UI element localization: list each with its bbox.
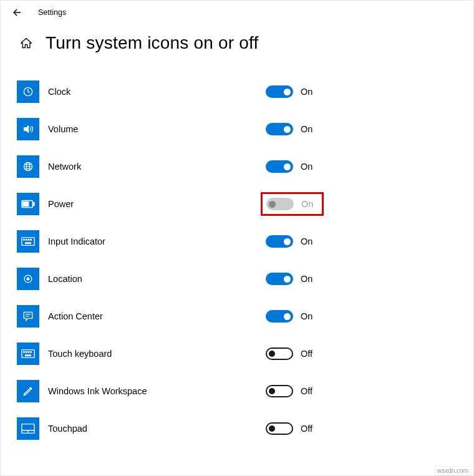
- toggle-touchpad[interactable]: [266, 422, 293, 435]
- toggle-wrap-network: On: [263, 158, 316, 175]
- svg-rect-8: [26, 239, 27, 240]
- app-title: Settings: [38, 8, 66, 17]
- touch-keyboard-icon: [17, 342, 39, 365]
- back-arrow-icon: [11, 7, 22, 18]
- row-touch-keyboard: Touch keyboard Off: [17, 335, 473, 372]
- toggle-wrap-location: On: [263, 271, 316, 287]
- row-label: Location: [48, 274, 82, 284]
- svg-rect-9: [28, 239, 29, 240]
- toggle-wrap-input-indicator: On: [263, 233, 316, 250]
- svg-rect-11: [25, 243, 31, 244]
- page-header: Turn system icons on or off: [1, 21, 473, 73]
- row-label: Clock: [48, 87, 70, 97]
- toggle-state: Off: [301, 349, 312, 359]
- back-button[interactable]: [9, 5, 24, 20]
- power-icon: [17, 193, 39, 215]
- toggle-windows-ink[interactable]: [266, 385, 293, 397]
- row-label: Power: [48, 199, 74, 209]
- clock-icon: [17, 80, 39, 103]
- row-label: Touch keyboard: [48, 349, 112, 359]
- touchpad-icon: [17, 417, 39, 440]
- toggle-wrap-action-center: On: [263, 308, 316, 324]
- svg-rect-10: [31, 239, 32, 240]
- toggle-state: On: [301, 87, 312, 97]
- svg-rect-4: [23, 202, 29, 206]
- toggle-state: Off: [301, 386, 312, 396]
- row-touchpad: Touchpad Off: [17, 410, 473, 447]
- row-label: Windows Ink Workspace: [48, 386, 147, 396]
- toggle-action-center[interactable]: [266, 310, 293, 323]
- toggle-wrap-volume: On: [263, 121, 316, 137]
- home-icon: [20, 37, 32, 49]
- row-label: Volume: [48, 124, 78, 134]
- svg-rect-5: [33, 202, 34, 206]
- action-center-icon: [17, 305, 39, 328]
- keyboard-icon: [17, 230, 39, 253]
- toggle-input-indicator[interactable]: [266, 235, 293, 248]
- row-clock: Clock On: [17, 73, 473, 110]
- row-windows-ink: Windows Ink Workspace Off: [17, 372, 473, 410]
- toggle-wrap-windows-ink: Off: [263, 383, 316, 399]
- row-power: Power On: [17, 185, 473, 223]
- toggle-state: On: [301, 236, 312, 246]
- watermark: wsxdn.com: [435, 466, 471, 475]
- row-label: Touchpad: [48, 424, 87, 434]
- home-button[interactable]: [19, 36, 33, 50]
- toggle-state: On: [301, 162, 312, 172]
- toggle-state: Off: [301, 424, 312, 434]
- toggle-volume[interactable]: [266, 123, 293, 135]
- toggle-clock[interactable]: [266, 85, 293, 98]
- toggle-state: On: [301, 199, 313, 209]
- location-icon: [17, 268, 39, 290]
- toggle-network[interactable]: [266, 160, 293, 173]
- svg-rect-19: [25, 355, 31, 356]
- volume-icon: [17, 118, 39, 140]
- svg-rect-17: [28, 351, 29, 352]
- svg-rect-15: [24, 351, 25, 352]
- row-volume: Volume On: [17, 110, 473, 148]
- toggle-state: On: [301, 124, 312, 134]
- svg-rect-7: [24, 239, 25, 240]
- row-location: Location On: [17, 260, 473, 298]
- pen-icon: [17, 380, 39, 402]
- row-label: Input Indicator: [48, 236, 105, 246]
- row-network: Network On: [17, 148, 473, 185]
- row-label: Action Center: [48, 311, 103, 321]
- toggle-wrap-touch-keyboard: Off: [263, 346, 316, 362]
- toggle-power: [266, 198, 294, 210]
- toggle-touch-keyboard[interactable]: [266, 347, 293, 360]
- settings-list: Clock On Volume On Network On Power: [1, 73, 473, 447]
- svg-rect-16: [26, 351, 27, 352]
- toggle-state: On: [301, 274, 312, 284]
- titlebar: Settings: [1, 1, 473, 21]
- svg-rect-14: [22, 350, 34, 358]
- row-action-center: Action Center On: [17, 298, 473, 335]
- toggle-state: On: [301, 311, 312, 321]
- toggle-location[interactable]: [266, 273, 293, 285]
- toggle-wrap-touchpad: Off: [263, 420, 316, 437]
- network-icon: [17, 155, 39, 178]
- svg-rect-6: [22, 238, 34, 246]
- svg-point-13: [27, 278, 29, 280]
- toggle-wrap-power: On: [261, 192, 324, 216]
- toggle-wrap-clock: On: [263, 84, 316, 100]
- row-label: Network: [48, 162, 81, 172]
- page-title: Turn system icons on or off: [46, 33, 259, 53]
- row-input-indicator: Input Indicator On: [17, 223, 473, 260]
- svg-rect-18: [31, 351, 32, 352]
